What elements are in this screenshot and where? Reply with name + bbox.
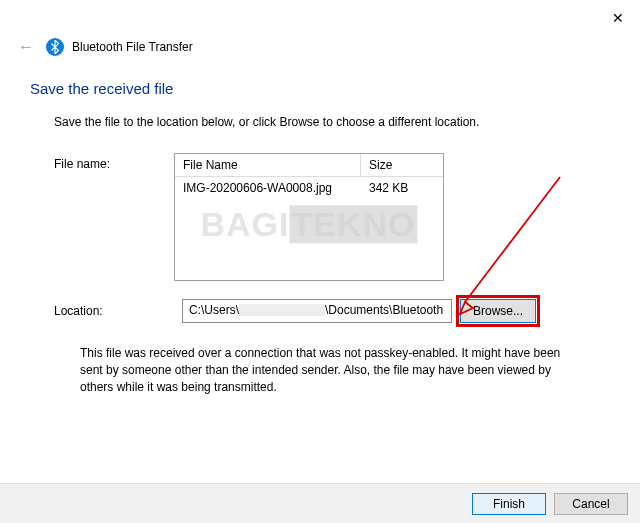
security-warning: This file was received over a connection… xyxy=(80,345,568,395)
watermark: BAGITEKNO xyxy=(201,205,418,244)
file-table: File Name Size IMG-20200606-WA0008.jpg 3… xyxy=(174,153,444,281)
header: ← Bluetooth File Transfer xyxy=(0,0,640,56)
file-name-label: File name: xyxy=(54,153,174,171)
back-arrow-icon[interactable]: ← xyxy=(14,38,38,56)
column-header-name[interactable]: File Name xyxy=(175,154,361,176)
redacted-user xyxy=(239,304,325,316)
file-name-cell: IMG-20200606-WA0008.jpg xyxy=(175,177,361,199)
file-size-cell: 342 KB xyxy=(361,177,443,199)
cancel-button[interactable]: Cancel xyxy=(554,493,628,515)
finish-button[interactable]: Finish xyxy=(472,493,546,515)
location-label: Location: xyxy=(54,304,174,318)
window-title: Bluetooth File Transfer xyxy=(72,40,193,54)
close-icon[interactable]: ✕ xyxy=(612,10,624,26)
bluetooth-icon xyxy=(46,38,64,56)
location-input[interactable]: C:\Users\\Documents\Bluetooth xyxy=(182,299,452,323)
browse-button[interactable]: Browse... xyxy=(460,299,536,323)
instruction-text: Save the file to the location below, or … xyxy=(54,115,610,129)
page-heading: Save the received file xyxy=(30,80,610,97)
column-header-size[interactable]: Size xyxy=(361,154,443,176)
table-row[interactable]: IMG-20200606-WA0008.jpg 342 KB xyxy=(175,177,443,199)
button-bar: Finish Cancel xyxy=(0,483,640,523)
